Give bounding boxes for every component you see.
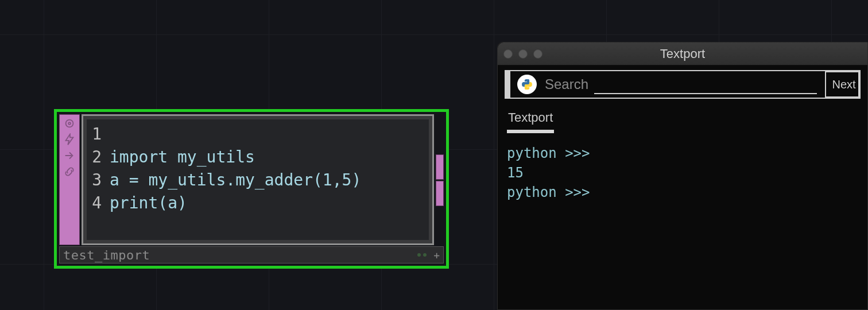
textport-console[interactable]: python >>> 15 python >>> bbox=[498, 133, 867, 309]
node-name-label: test_import bbox=[63, 248, 417, 262]
window-titlebar[interactable]: Textport bbox=[498, 42, 867, 65]
flag-dot[interactable] bbox=[417, 253, 421, 257]
search-input[interactable] bbox=[594, 77, 817, 94]
output-connector[interactable] bbox=[436, 154, 444, 180]
python-icon bbox=[517, 75, 537, 94]
flag-dot[interactable] bbox=[423, 253, 427, 257]
code-editor-frame: 1 2 3 4 import my_utils a = my_utils.my_… bbox=[82, 114, 434, 245]
code-area[interactable]: import my_utils a = my_utils.my_adder(1,… bbox=[105, 119, 429, 240]
tab-textport[interactable]: Textport bbox=[507, 108, 554, 133]
node-side-toolbar[interactable] bbox=[59, 114, 80, 245]
console-line: python >>> bbox=[507, 184, 598, 200]
window-traffic-lights[interactable] bbox=[503, 49, 542, 59]
next-button[interactable]: Next bbox=[825, 71, 859, 98]
bolt-icon[interactable] bbox=[63, 133, 76, 146]
line-number: 4 bbox=[87, 192, 102, 215]
link-icon[interactable] bbox=[63, 165, 76, 178]
close-icon[interactable] bbox=[503, 49, 513, 59]
text-dat-node[interactable]: 1 2 3 4 import my_utils a = my_utils.my_… bbox=[54, 109, 449, 269]
node-body: 1 2 3 4 import my_utils a = my_utils.my_… bbox=[57, 112, 446, 245]
code-editor[interactable]: 1 2 3 4 import my_utils a = my_utils.my_… bbox=[87, 119, 429, 240]
minimize-icon[interactable] bbox=[518, 49, 528, 59]
next-button-label: Next bbox=[832, 78, 855, 91]
svg-point-0 bbox=[66, 120, 73, 127]
line-number: 1 bbox=[87, 123, 102, 146]
textport-tab-row: Textport bbox=[498, 103, 867, 133]
node-footer[interactable]: test_import + bbox=[59, 246, 444, 264]
node-flags[interactable] bbox=[417, 250, 431, 259]
code-line: a = my_utils.my_adder(1,5) bbox=[110, 170, 361, 189]
console-line: 15 bbox=[507, 165, 524, 181]
node-output-connectors bbox=[436, 114, 444, 245]
textport-search-bar: Search Next bbox=[505, 70, 861, 99]
code-line: print(a) bbox=[110, 193, 187, 212]
search-label: Search bbox=[542, 76, 588, 92]
svg-point-1 bbox=[68, 122, 71, 125]
console-line: python >>> bbox=[507, 145, 598, 161]
arrow-right-icon[interactable] bbox=[63, 149, 76, 162]
window-title: Textport bbox=[498, 46, 867, 61]
line-number: 3 bbox=[87, 169, 102, 192]
line-number: 2 bbox=[87, 146, 102, 169]
search-handle[interactable] bbox=[506, 71, 510, 98]
code-line: import my_utils bbox=[110, 148, 255, 166]
zoom-icon[interactable] bbox=[533, 49, 542, 59]
line-number-gutter: 1 2 3 4 bbox=[87, 119, 105, 240]
target-icon[interactable] bbox=[63, 117, 76, 130]
output-connector[interactable] bbox=[436, 181, 444, 206]
textport-window: Textport Search Next Textport python >>>… bbox=[497, 42, 868, 310]
plus-icon[interactable]: + bbox=[431, 249, 440, 261]
